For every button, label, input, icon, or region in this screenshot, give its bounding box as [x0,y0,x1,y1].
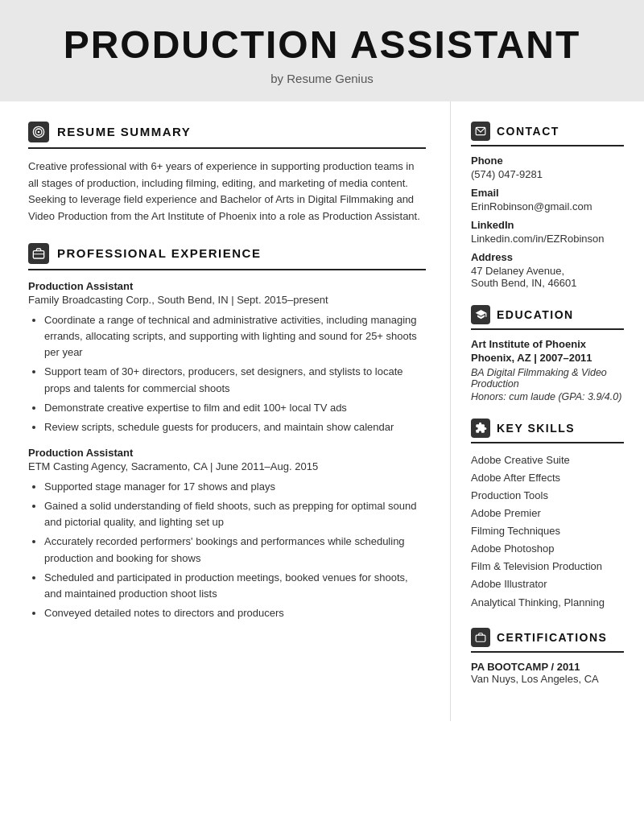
edu-location-year: Phoenix, AZ | 2007–2011 [471,352,624,364]
svg-rect-3 [33,251,43,258]
cert-location: Van Nuys, Los Angeles, CA [471,673,624,685]
edu-honors: Honors: cum laude (GPA: 3.9/4.0) [471,391,624,402]
contact-header: CONTACT [471,122,624,146]
contact-section: CONTACT Phone (574) 047-9281 Email ErinR… [471,122,624,289]
briefcase-cert-icon-svg [475,632,486,643]
right-column: CONTACT Phone (574) 047-9281 Email ErinR… [451,101,644,721]
skill-9: Analytical Thinking, Planning [471,594,624,612]
summary-header: RESUME SUMMARY [28,122,426,149]
skill-5: Filming Techniques [471,522,624,540]
skills-list: Adobe Creative Suite Adobe After Effects… [471,452,624,612]
envelope-icon [471,122,490,141]
education-section: EDUCATION Art Institute of Phoenix Phoen… [471,305,624,402]
puzzle-icon-svg [475,422,487,434]
briefcase-cert-icon [471,628,490,647]
address-line1: 47 Delaney Avenue, [471,265,624,277]
header-subtitle: by Resume Genius [32,72,612,85]
experience-header: PROFESSIONAL EXPERIENCE [28,243,426,270]
linkedin-value: Linkedin.com/in/EZRobinson [471,233,624,245]
skill-7: Film & Television Production [471,558,624,575]
job-1-title: Production Assistant [28,280,426,292]
skills-section-label: KEY SKILLS [497,422,575,435]
email-label: Email [471,187,624,199]
puzzle-icon [471,419,490,438]
list-item: Supported stage manager for 17 shows and… [44,479,426,495]
certifications-header: CERTIFICATIONS [471,628,624,653]
skill-3: Production Tools [471,487,624,505]
list-item: Accurately recorded performers' bookings… [44,534,426,566]
summary-section: RESUME SUMMARY Creative professional wit… [28,122,426,225]
left-column: RESUME SUMMARY Creative professional wit… [0,101,451,721]
certifications-section: CERTIFICATIONS PA BOOTCAMP / 2011 Van Nu… [471,628,624,685]
svg-point-2 [38,130,40,133]
list-item: Demonstrate creative expertise to film a… [44,400,426,416]
experience-section-label: PROFESSIONAL EXPERIENCE [57,246,261,260]
contact-section-label: CONTACT [497,125,559,138]
briefcase-icon-svg [32,247,45,260]
phone-label: Phone [471,155,624,167]
list-item: Scheduled and participated in production… [44,570,426,602]
phone-value: (574) 047-9281 [471,168,624,180]
skill-6: Adobe Photoshop [471,540,624,558]
linkedin-label: LinkedIn [471,219,624,231]
address-line2: South Bend, IN, 46601 [471,277,624,289]
job-2: Production Assistant ETM Casting Agency,… [28,447,426,621]
job-1-company: Family Broadcasting Corp., South Bend, I… [28,294,426,306]
list-item: Gained a solid understanding of field sh… [44,498,426,530]
briefcase-icon [28,243,49,264]
page-title: PRODUCTION ASSISTANT [32,24,612,67]
skill-8: Adobe Illustrator [471,575,624,593]
target-icon-svg [32,126,45,138]
envelope-icon-svg [475,126,486,137]
education-section-label: EDUCATION [497,308,574,321]
target-icon [28,122,49,142]
education-header: EDUCATION [471,305,624,330]
list-item: Conveyed detailed notes to directors and… [44,605,426,621]
skills-section: KEY SKILLS Adobe Creative Suite Adobe Af… [471,419,624,612]
edu-degree: BA Digital Filmmaking & Video Production [471,367,624,390]
svg-rect-6 [476,635,485,641]
skills-header: KEY SKILLS [471,419,624,443]
certifications-section-label: CERTIFICATIONS [497,631,607,644]
job-2-bullets: Supported stage manager for 17 shows and… [28,479,426,621]
graduation-icon [471,305,490,324]
email-value: ErinRobinson@gmail.com [471,200,624,212]
skill-1: Adobe Creative Suite [471,452,624,469]
main-content: RESUME SUMMARY Creative professional wit… [0,101,644,721]
experience-section: PROFESSIONAL EXPERIENCE Production Assis… [28,243,426,621]
edu-school: Art Institute of Phoenix [471,338,624,350]
list-item: Coordinate a range of technical and admi… [44,312,426,361]
graduation-icon-svg [475,308,487,320]
header: PRODUCTION ASSISTANT by Resume Genius [0,0,644,101]
job-1: Production Assistant Family Broadcasting… [28,280,426,435]
summary-section-label: RESUME SUMMARY [57,125,191,138]
job-1-bullets: Coordinate a range of technical and admi… [28,312,426,435]
list-item: Review scripts, schedule guests for prod… [44,419,426,435]
skill-2: Adobe After Effects [471,469,624,487]
job-2-company: ETM Casting Agency, Sacramento, CA | Jun… [28,460,426,472]
summary-text: Creative professional with 6+ years of e… [28,159,426,225]
cert-name: PA BOOTCAMP / 2011 [471,661,624,673]
address-label: Address [471,251,624,263]
list-item: Support team of 30+ directors, producers… [44,364,426,396]
skill-4: Adobe Premier [471,505,624,522]
job-2-title: Production Assistant [28,447,426,459]
